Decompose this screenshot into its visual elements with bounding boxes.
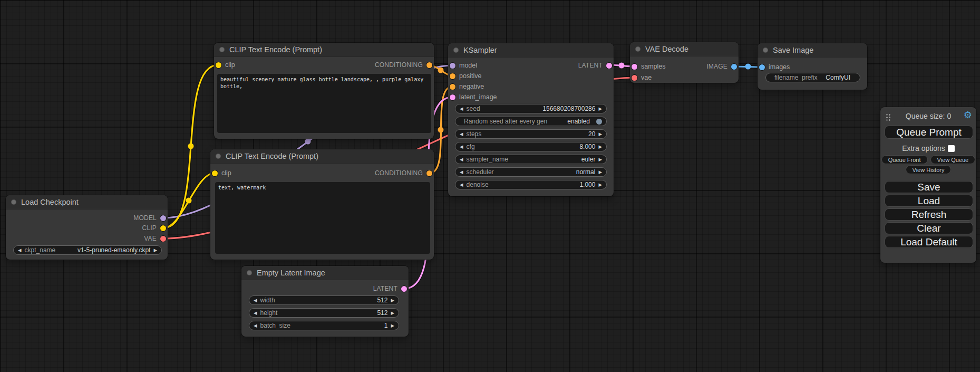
increment-arrow-icon[interactable]: ▶ [598, 145, 602, 149]
node-title-bar[interactable]: Save Image [758, 43, 867, 58]
increment-arrow-icon[interactable]: ▶ [598, 170, 602, 175]
queue-panel: Queue size: 0 ⚙ Queue Prompt Extra optio… [880, 107, 976, 263]
load-default-button[interactable]: Load Default [885, 236, 973, 248]
node-clip-text-encode-negative[interactable]: CLIP Text Encode (Prompt) clip CONDITION… [210, 149, 434, 260]
input-slot-clip: clip [212, 169, 231, 177]
decrement-arrow-icon[interactable]: ◀ [460, 157, 463, 162]
decrement-arrow-icon[interactable]: ◀ [460, 107, 463, 111]
decrement-arrow-icon[interactable]: ◀ [460, 170, 463, 175]
widget-steps[interactable]: ◀ steps 20 ▶ [455, 129, 607, 139]
positive-prompt-textarea[interactable]: beautiful scenery nature glass bottle la… [217, 74, 431, 133]
clip-input-port[interactable] [212, 170, 218, 176]
output-slot-image: IMAGE [706, 63, 737, 70]
refresh-button[interactable]: Refresh [885, 208, 973, 221]
node-graph-canvas[interactable]: CLIP Text Encode (Prompt) clip CONDITION… [0, 0, 980, 372]
node-title: Empty Latent Image [257, 269, 325, 277]
node-title-bar[interactable]: Load Checkpoint [6, 195, 168, 209]
collapse-dot-icon[interactable] [763, 47, 768, 53]
vae-input-port[interactable] [632, 75, 637, 81]
view-queue-button[interactable]: View Queue [930, 155, 976, 164]
positive-input-port[interactable] [450, 73, 455, 79]
negative-input-port[interactable] [450, 84, 455, 90]
node-load-checkpoint[interactable]: Load Checkpoint MODEL CLIP VAE ◀ ckpt_na… [6, 195, 168, 260]
clear-button[interactable]: Clear [885, 222, 973, 234]
output-slot-conditioning: CONDITIONING [375, 61, 432, 69]
load-button[interactable]: Load [885, 195, 973, 207]
increment-arrow-icon[interactable]: ▶ [598, 183, 602, 187]
collapse-dot-icon[interactable] [11, 199, 16, 205]
widget-height[interactable]: ◀ height 512 ▶ [249, 308, 399, 318]
decrement-arrow-icon[interactable]: ◀ [254, 311, 257, 316]
latent-output-port[interactable] [606, 63, 612, 69]
output-slot-clip: CLIP [142, 224, 166, 232]
collapse-dot-icon[interactable] [219, 47, 225, 52]
decrement-arrow-icon[interactable]: ◀ [460, 183, 463, 187]
model-output-port[interactable] [160, 215, 166, 221]
images-input-port[interactable] [759, 64, 765, 70]
link-midpoint-dot [438, 68, 444, 73]
widget-denoise[interactable]: ◀ denoise 1.000 ▶ [455, 180, 607, 189]
output-slot-latent: LATENT [373, 285, 407, 292]
node-title-bar[interactable]: KSampler [448, 43, 614, 58]
output-slot-conditioning: CONDITIONING [375, 169, 432, 177]
extra-options-row: Extra options [880, 144, 976, 152]
widget-cfg[interactable]: ◀ cfg 8.000 ▶ [455, 142, 607, 151]
collapse-dot-icon[interactable] [635, 46, 641, 52]
widget-scheduler[interactable]: ◀ scheduler normal ▶ [455, 167, 607, 177]
vae-output-port[interactable] [160, 236, 166, 242]
node-empty-latent-image[interactable]: Empty Latent Image LATENT ◀ width 512 ▶ … [241, 266, 409, 337]
collapse-dot-icon[interactable] [453, 47, 459, 53]
clip-input-port[interactable] [216, 62, 221, 68]
node-clip-text-encode-positive[interactable]: CLIP Text Encode (Prompt) clip CONDITION… [214, 43, 434, 139]
input-slot-positive: positive [450, 72, 481, 80]
increment-arrow-icon[interactable]: ▶ [391, 298, 394, 303]
latent-output-port[interactable] [401, 286, 407, 292]
widget-seed[interactable]: ◀ seed 156680208700286 ▶ [455, 104, 607, 113]
image-output-port[interactable] [731, 64, 737, 70]
increment-arrow-icon[interactable]: ▶ [598, 107, 602, 111]
collapse-dot-icon[interactable] [247, 270, 252, 275]
widget-width[interactable]: ◀ width 512 ▶ [249, 295, 399, 305]
increment-arrow-icon[interactable]: ▶ [598, 132, 602, 137]
decrement-arrow-icon[interactable]: ◀ [254, 323, 257, 328]
link-midpoint-dot [186, 198, 192, 204]
increment-arrow-icon[interactable]: ▶ [391, 311, 394, 316]
samples-input-port[interactable] [632, 64, 637, 70]
model-input-port[interactable] [450, 63, 455, 69]
view-history-button[interactable]: View History [906, 165, 952, 174]
node-title-bar[interactable]: CLIP Text Encode (Prompt) [210, 149, 434, 164]
extra-options-checkbox[interactable] [948, 145, 955, 152]
decrement-arrow-icon[interactable]: ◀ [460, 132, 463, 137]
increment-arrow-icon[interactable]: ▶ [391, 323, 394, 328]
increment-arrow-icon[interactable]: ▶ [598, 157, 602, 162]
negative-prompt-textarea[interactable]: text, watermark [215, 182, 430, 254]
node-title-bar[interactable]: Empty Latent Image [241, 266, 409, 280]
conditioning-output-port[interactable] [426, 62, 432, 68]
queue-front-button[interactable]: Queue Front [881, 155, 928, 164]
save-button[interactable]: Save [885, 181, 973, 193]
node-ksampler[interactable]: KSampler model positive negative latent_… [448, 43, 614, 196]
node-title-bar[interactable]: VAE Decode [630, 42, 739, 56]
node-save-image[interactable]: Save Image images filename_prefix ComfyU… [758, 43, 867, 90]
queue-prompt-button[interactable]: Queue Prompt [885, 126, 973, 139]
increment-arrow-icon[interactable]: ▶ [153, 248, 157, 253]
node-title: Load Checkpoint [21, 198, 79, 206]
widget-batch-size[interactable]: ◀ batch_size 1 ▶ [249, 321, 399, 330]
decrement-arrow-icon[interactable]: ◀ [254, 298, 257, 303]
node-title-bar[interactable]: CLIP Text Encode (Prompt) [214, 43, 434, 57]
link-midpoint-dot [438, 127, 444, 133]
node-vae-decode[interactable]: VAE Decode samples vae IMAGE [630, 42, 739, 83]
latent-input-port[interactable] [450, 94, 455, 100]
decrement-arrow-icon[interactable]: ◀ [18, 248, 22, 253]
widget-filename-prefix[interactable]: filename_prefix ComfyUI [765, 73, 860, 82]
widget-random-seed-toggle[interactable]: Random seed after every gen enabled [455, 117, 607, 126]
settings-gear-icon[interactable]: ⚙ [964, 110, 972, 120]
widget-ckpt-name[interactable]: ◀ ckpt_name v1-5-pruned-emaonly.ckpt ▶ [13, 245, 162, 255]
widget-sampler-name[interactable]: ◀ sampler_name euler ▶ [455, 155, 607, 164]
input-slot-latent-image: latent_image [450, 93, 497, 101]
clip-output-port[interactable] [160, 225, 166, 231]
decrement-arrow-icon[interactable]: ◀ [460, 145, 463, 149]
toggle-pin-icon[interactable] [596, 119, 602, 125]
conditioning-output-port[interactable] [426, 170, 432, 176]
collapse-dot-icon[interactable] [216, 154, 221, 159]
